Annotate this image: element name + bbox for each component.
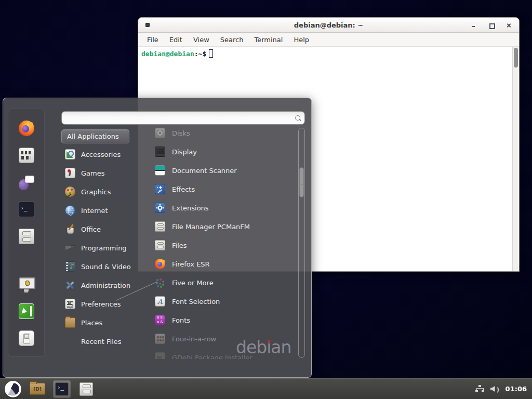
cabinet-icon	[155, 240, 165, 250]
session-log-out[interactable]	[19, 303, 34, 319]
app-file-manager-pcmanfm[interactable]: File Manager PCManFM	[148, 217, 296, 236]
cabinet-icon	[155, 221, 165, 232]
app-extensions[interactable]: Extensions	[148, 198, 296, 217]
taskbar: 01:06	[0, 378, 532, 399]
category-administration[interactable]: Administration	[61, 276, 144, 295]
favorite-pidgin[interactable]	[19, 175, 34, 190]
taskbar-launcher-terminal[interactable]	[53, 380, 71, 398]
games-icon	[65, 168, 75, 178]
menubar-item-view[interactable]: View	[193, 36, 209, 44]
terminal-scrollbar[interactable]	[512, 47, 518, 271]
app-five-or-more[interactable]: Five or More	[148, 273, 296, 292]
favorite-files[interactable]	[19, 229, 34, 244]
clock[interactable]: 01:06	[506, 385, 527, 393]
terminal-scrollbar-thumb[interactable]	[514, 48, 518, 68]
maximize-button[interactable]	[488, 22, 494, 28]
prompt-suffix: :~$	[194, 50, 206, 58]
close-button[interactable]	[506, 22, 512, 28]
app-files[interactable]: Files	[148, 236, 296, 255]
taskbar-launchers	[29, 380, 95, 398]
firefox-icon	[19, 121, 34, 136]
taskbar-launcher-file-manager[interactable]	[77, 380, 95, 398]
favorites-panel	[8, 109, 45, 357]
prompt-user: debian@debian	[141, 50, 194, 58]
administration-icon	[65, 280, 75, 290]
menubar-item-terminal[interactable]: Terminal	[254, 36, 283, 44]
search-icon	[295, 115, 301, 122]
terminal-icon	[19, 202, 34, 217]
menu-logo-icon	[5, 381, 21, 397]
session-shut-down[interactable]	[19, 330, 34, 346]
logout-icon	[19, 303, 34, 319]
doc-scanner-icon	[155, 165, 165, 176]
app-effects[interactable]: Effects	[148, 180, 296, 198]
menubar-item-search[interactable]: Search	[220, 36, 244, 44]
app-document-scanner[interactable]: Document Scanner	[148, 161, 296, 180]
category-programming[interactable]: Programming	[61, 238, 144, 257]
favorite-firefox[interactable]	[19, 121, 34, 136]
category-preferences[interactable]: Preferences	[61, 295, 144, 313]
menubar-item-file[interactable]: File	[147, 36, 158, 44]
all-applications-button[interactable]: All Applications	[61, 129, 129, 143]
taskbar-launcher-files-folder[interactable]	[29, 380, 46, 398]
firefox-icon	[155, 259, 165, 269]
category-internet[interactable]: Internet	[61, 201, 144, 220]
favorite-apps	[19, 121, 34, 244]
terminal-titlebar[interactable]: debian@debian: ~	[138, 18, 519, 33]
font-selection-icon	[155, 296, 165, 307]
session-buttons	[19, 276, 34, 346]
session-lock-screen[interactable]	[19, 276, 34, 292]
menu-button[interactable]	[4, 380, 22, 398]
category-office[interactable]: Office	[61, 220, 144, 238]
four-in-a-row-icon	[155, 334, 165, 344]
category-accessories[interactable]: Accessories	[61, 145, 144, 164]
gdebi-icon	[155, 352, 165, 359]
minimize-button[interactable]	[471, 22, 476, 28]
app-display[interactable]: Display	[148, 142, 296, 161]
menu-scrollbar[interactable]	[298, 128, 305, 358]
category-recent-files[interactable]: Recent Files	[61, 332, 144, 351]
application-menu: debian	[3, 98, 312, 378]
terminal-icon	[55, 382, 69, 396]
folder-d-icon	[30, 383, 45, 395]
app-disks[interactable]: Disks	[148, 124, 296, 142]
display-icon	[155, 147, 165, 157]
category-sound-video[interactable]: Sound & Video	[61, 257, 144, 276]
category-games[interactable]: Games	[61, 164, 144, 182]
shutdown-icon	[19, 330, 34, 346]
terminal-title: debian@debian: ~	[138, 21, 519, 29]
app-fonts[interactable]: Fonts	[148, 311, 296, 329]
desktop: debian@debian: ~ File Edit View Search T…	[0, 0, 532, 399]
app-firefox-esr[interactable]: Firefox ESR	[148, 255, 296, 273]
accessories-icon	[65, 149, 75, 159]
category-places[interactable]: Places	[61, 313, 144, 332]
app-gdebi-package-installer[interactable]: GDebi Package Installer	[148, 348, 296, 359]
disks-icon	[155, 128, 165, 138]
category-list: Accessories Games Graphics Internet Offi…	[61, 145, 144, 351]
menu-search-box	[61, 111, 305, 125]
app-four-in-a-row[interactable]: Four-in-a-row	[148, 329, 296, 348]
sound-video-icon	[65, 261, 75, 272]
menubar-item-edit[interactable]: Edit	[169, 36, 182, 44]
places-icon	[65, 317, 75, 328]
graphics-icon	[65, 187, 75, 197]
app-font-selection[interactable]: Font Selection	[148, 292, 296, 311]
application-list: Disks Display Document Scanner Effects E…	[148, 124, 296, 359]
category-graphics[interactable]: Graphics	[61, 182, 144, 201]
five-or-more-icon	[155, 277, 165, 288]
favorite-terminal[interactable]	[19, 202, 34, 217]
search-input[interactable]	[65, 114, 295, 122]
terminal-cursor	[209, 49, 213, 58]
effects-icon	[155, 184, 165, 194]
lock-screen-icon	[19, 276, 34, 292]
software-icon	[19, 148, 34, 163]
menubar-item-help[interactable]: Help	[294, 36, 309, 44]
preferences-icon	[65, 299, 75, 309]
menu-scrollbar-thumb[interactable]	[299, 167, 304, 197]
internet-icon	[65, 205, 75, 216]
favorite-software[interactable]	[19, 148, 34, 163]
cabinet-icon	[19, 229, 34, 244]
programming-icon	[65, 243, 75, 253]
network-icon[interactable]	[475, 385, 484, 393]
volume-icon[interactable]	[490, 385, 499, 393]
